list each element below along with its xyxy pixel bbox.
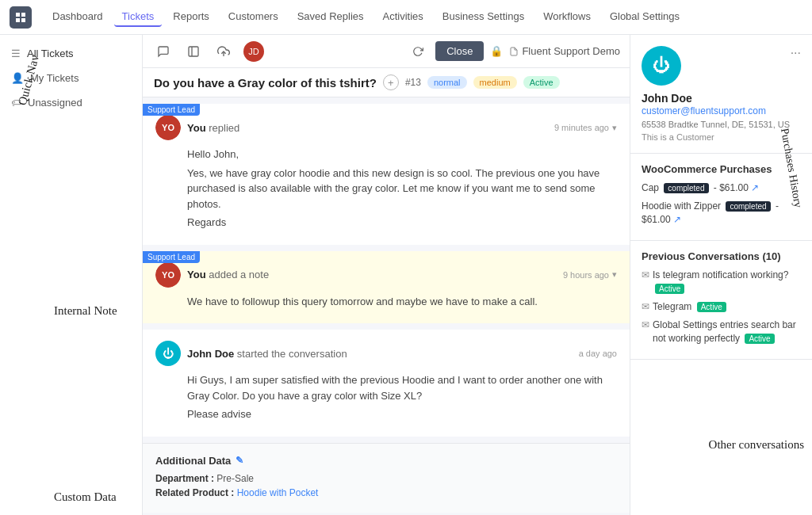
tag-icon: 🏷 xyxy=(11,97,21,109)
avatar-johndoe: ⏻ xyxy=(155,341,181,366)
completed-badge-2: completed xyxy=(726,201,770,212)
customer-avatar-row: ⏻ ··· xyxy=(642,46,801,86)
additional-data-section: Additional Data ✎ Department : Pre-Sale … xyxy=(143,443,630,513)
ticket-icon: ☰ xyxy=(11,48,21,59)
sidebar-label-my-tickets: My Tickets xyxy=(30,72,79,84)
refresh-icon[interactable] xyxy=(407,40,429,63)
customer-email[interactable]: customer@fluentsupport.com xyxy=(642,105,766,116)
time-3: a day ago xyxy=(579,349,617,358)
additional-data-title: Additional Data ✎ xyxy=(155,455,617,467)
nav-reports[interactable]: Reports xyxy=(165,7,217,27)
tag-active: Active xyxy=(523,76,560,89)
nav-tickets[interactable]: Tickets xyxy=(114,7,163,27)
chat-icon[interactable] xyxy=(152,40,174,63)
message-header-1: YO You replied 9 minutes ago ▾ xyxy=(155,115,617,140)
support-lead-badge: Support Lead xyxy=(143,104,200,116)
mail-icon-3: ✉ xyxy=(642,319,649,332)
additional-row-product: Related Product : Hoodie with Pocket xyxy=(155,487,617,498)
mail-icon-2: ✉ xyxy=(642,300,649,314)
message-body-1: Hello John, Yes, we have gray color hood… xyxy=(187,147,617,231)
sidebar-label-all-tickets: All Tickets xyxy=(27,48,74,59)
message-block-reply: Support Lead YO You replied 9 minutes ag… xyxy=(143,104,630,245)
chevron-down-icon-2[interactable]: ▾ xyxy=(612,269,617,280)
woocommerce-section: WooCommerce Purchases Cap completed - $6… xyxy=(630,154,812,241)
nav-activities[interactable]: Activities xyxy=(375,7,431,27)
sender-2: You xyxy=(187,269,206,280)
main-content: JD Close 🔒 Fluent Support Demo Do you ha… xyxy=(143,35,630,515)
person-icon: 👤 xyxy=(11,72,24,84)
sidebar-item-all-tickets[interactable]: ☰ All Tickets xyxy=(0,41,142,66)
message-meta-3: John Doe started the conversation xyxy=(187,348,573,360)
nav-saved-replies[interactable]: Saved Replies xyxy=(289,7,372,27)
nav-dashboard[interactable]: Dashboard xyxy=(44,7,111,27)
ticket-title: Do you have a Gray color of this tshirt? xyxy=(154,76,377,90)
mail-icon-1: ✉ xyxy=(642,269,649,282)
nav-business-settings[interactable]: Business Settings xyxy=(435,7,532,27)
ticket-id: #13 xyxy=(405,77,421,88)
completed-badge-1: completed xyxy=(664,183,708,193)
sidebar-item-my-tickets[interactable]: 👤 My Tickets xyxy=(0,66,142,90)
nav-global-settings[interactable]: Global Settings xyxy=(602,7,688,27)
message-meta-1: You replied xyxy=(187,122,548,134)
demo-label: Fluent Support Demo xyxy=(509,45,620,57)
time-2: 9 hours ago ▾ xyxy=(563,269,617,280)
edit-icon[interactable]: ✎ xyxy=(236,455,243,466)
sidebar-label-unassigned: Unassigned xyxy=(28,97,82,109)
sender-3: John Doe xyxy=(187,348,234,360)
tag-medium: medium xyxy=(473,76,517,89)
action-3: started the conversation xyxy=(237,348,347,360)
woocommerce-title: WooCommerce Purchases xyxy=(642,163,801,175)
prev-conv-1: ✉ Is telegram notification working? Acti… xyxy=(642,269,801,296)
nav-customers[interactable]: Customers xyxy=(220,7,286,27)
ticket-toolbar: JD Close 🔒 Fluent Support Demo xyxy=(143,35,630,68)
top-navigation: Dashboard Tickets Reports Customers Save… xyxy=(0,0,812,35)
upload-icon[interactable] xyxy=(213,40,235,63)
tag-normal: normal xyxy=(427,76,467,89)
message-header-3: ⏻ John Doe started the conversation a da… xyxy=(155,341,617,366)
additional-row-department: Department : Pre-Sale xyxy=(155,473,617,484)
avatar-you-1: YO xyxy=(155,115,181,140)
toolbar-right: Close 🔒 Fluent Support Demo xyxy=(407,40,620,63)
purchase-item-2: Hoodie with Zipper completed - $61.00 ↗ xyxy=(642,200,801,227)
nav-workflows[interactable]: Workflows xyxy=(535,7,599,27)
prev-conv-3: ✉ Global Settings entries search bar not… xyxy=(642,319,801,345)
prev-conv-2: ✉ Telegram Active xyxy=(642,300,801,314)
more-options-button[interactable]: ··· xyxy=(791,46,801,60)
purchase-item-1: Cap completed - $61.00 ↗ xyxy=(642,181,801,195)
avatar-you-2: YO xyxy=(155,262,181,288)
message-body-2: We have to followup this query tomorrow … xyxy=(187,294,617,310)
customer-tag: This is a Customer xyxy=(642,132,801,142)
support-lead-badge-2: Support Lead xyxy=(143,251,200,263)
sidebar-item-unassigned[interactable]: 🏷 Unassigned xyxy=(0,90,142,115)
customer-name: John Doe xyxy=(642,92,801,105)
sender-1: You xyxy=(187,122,206,134)
time-1: 9 minutes ago ▾ xyxy=(554,123,617,133)
conversation-area[interactable]: Support Lead YO You replied 9 minutes ag… xyxy=(143,97,630,515)
action-1: replied xyxy=(209,122,239,134)
right-panel: ⏻ ··· John Doe customer@fluentsupport.co… xyxy=(630,35,812,515)
close-button[interactable]: Close xyxy=(435,41,484,61)
toolbar-icons: JD xyxy=(152,40,265,63)
message-block-conversation: ⏻ John Doe started the conversation a da… xyxy=(143,330,630,437)
layout-icon[interactable] xyxy=(182,40,205,63)
logo[interactable] xyxy=(10,6,32,29)
nav-items: Dashboard Tickets Reports Customers Save… xyxy=(44,7,688,27)
sidebar: ☰ All Tickets 👤 My Tickets 🏷 Unassigned xyxy=(0,35,143,515)
ticket-header: Do you have a Gray color of this tshirt?… xyxy=(143,68,630,97)
message-body-3: Hi Guys, I am super satisfied with the p… xyxy=(187,372,617,422)
avatar-toolbar[interactable]: JD xyxy=(243,40,265,63)
customer-card: ⏻ ··· John Doe customer@fluentsupport.co… xyxy=(630,35,812,154)
customer-address: 65538 Bradtke Tunnel, DE, 51531, US xyxy=(642,120,801,129)
add-button[interactable]: + xyxy=(383,74,399,90)
product-link[interactable]: Hoodie with Pocket xyxy=(237,487,319,498)
chevron-down-icon-1[interactable]: ▾ xyxy=(612,123,617,133)
previous-conversations-section: Previous Conversations (10) ✉ Is telegra… xyxy=(630,241,812,360)
customer-avatar: ⏻ xyxy=(642,46,681,86)
message-meta-2: You added a note xyxy=(187,269,557,280)
message-block-note: Support Lead YO You added a note 9 hours… xyxy=(143,251,630,324)
action-2: added a note xyxy=(209,269,269,280)
previous-conversations-title: Previous Conversations (10) xyxy=(642,250,801,262)
message-header-2: YO You added a note 9 hours ago ▾ xyxy=(155,262,617,288)
lock-icon: 🔒 xyxy=(490,45,503,57)
svg-rect-0 xyxy=(189,47,198,56)
